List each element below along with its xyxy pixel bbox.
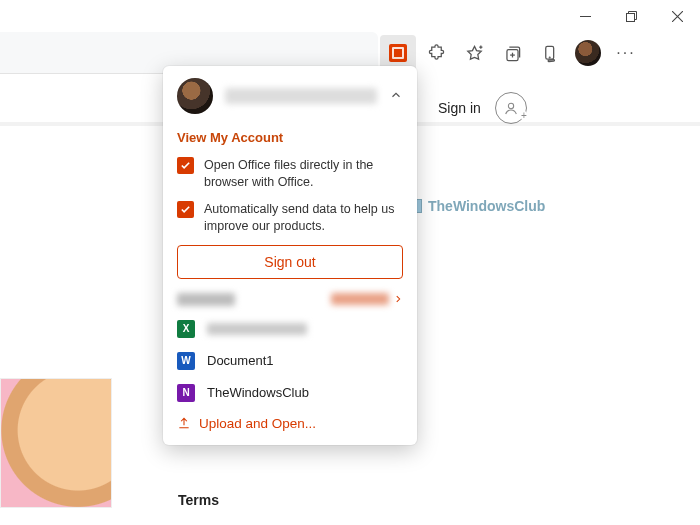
restore-button[interactable]	[608, 0, 654, 32]
checkbox-checked-icon[interactable]	[177, 157, 194, 174]
recent-section-header	[177, 293, 403, 306]
option-open-in-browser-label: Open Office files directly in the browse…	[204, 157, 403, 191]
svg-rect-7	[548, 59, 554, 61]
sign-in-link[interactable]: Sign in	[438, 100, 481, 116]
more-button[interactable]: ···	[608, 35, 644, 71]
file-item[interactable]: N TheWindowsClub	[177, 384, 403, 402]
collections-button[interactable]	[494, 35, 530, 71]
svg-rect-0	[626, 13, 634, 21]
file-name-redacted	[207, 323, 307, 335]
plus-icon: +	[521, 111, 527, 121]
svg-point-9	[508, 103, 513, 108]
thumbnail-image	[0, 378, 112, 508]
view-my-account-link[interactable]: View My Account	[177, 130, 403, 145]
user-name-redacted	[225, 88, 377, 104]
upload-and-open-link[interactable]: Upload and Open...	[177, 416, 403, 431]
option-open-in-browser[interactable]: Open Office files directly in the browse…	[177, 157, 403, 191]
option-send-data[interactable]: Automatically send data to help us impro…	[177, 201, 403, 235]
option-send-data-label: Automatically send data to help us impro…	[204, 201, 403, 235]
panel-header	[177, 78, 403, 114]
sign-in-avatar-button[interactable]: +	[495, 92, 527, 124]
word-icon: W	[177, 352, 195, 370]
upload-and-open-label: Upload and Open...	[199, 416, 316, 431]
sign-in-area: Sign in +	[438, 92, 527, 124]
minimize-button[interactable]	[562, 0, 608, 32]
more-icon: ···	[616, 44, 635, 62]
window-controls	[562, 0, 700, 32]
avatar-icon	[575, 40, 601, 66]
more-docs-label-redacted	[331, 293, 389, 305]
sign-out-button[interactable]: Sign out	[177, 245, 403, 279]
section-label-redacted	[177, 293, 235, 306]
office-extension-popup: View My Account Open Office files direct…	[163, 66, 417, 445]
window-titlebar	[0, 0, 700, 32]
file-name-label: TheWindowsClub	[207, 385, 309, 400]
watermark-text: TheWindowsClub	[428, 198, 545, 214]
close-button[interactable]	[654, 0, 700, 32]
checkbox-checked-icon[interactable]	[177, 201, 194, 218]
office-icon	[389, 44, 407, 62]
sync-button[interactable]	[532, 35, 568, 71]
user-avatar	[177, 78, 213, 114]
favorites-button[interactable]	[456, 35, 492, 71]
excel-icon: X	[177, 320, 195, 338]
chevron-up-icon[interactable]	[389, 88, 403, 105]
profile-button[interactable]	[570, 35, 606, 71]
watermark: TheWindowsClub	[408, 198, 545, 214]
extensions-button[interactable]	[418, 35, 454, 71]
terms-heading: Terms	[178, 492, 219, 508]
more-docs-link[interactable]	[331, 293, 403, 305]
svg-point-8	[549, 57, 550, 58]
onenote-icon: N	[177, 384, 195, 402]
file-item[interactable]: X	[177, 320, 403, 338]
file-name-label: Document1	[207, 353, 273, 368]
file-item[interactable]: W Document1	[177, 352, 403, 370]
